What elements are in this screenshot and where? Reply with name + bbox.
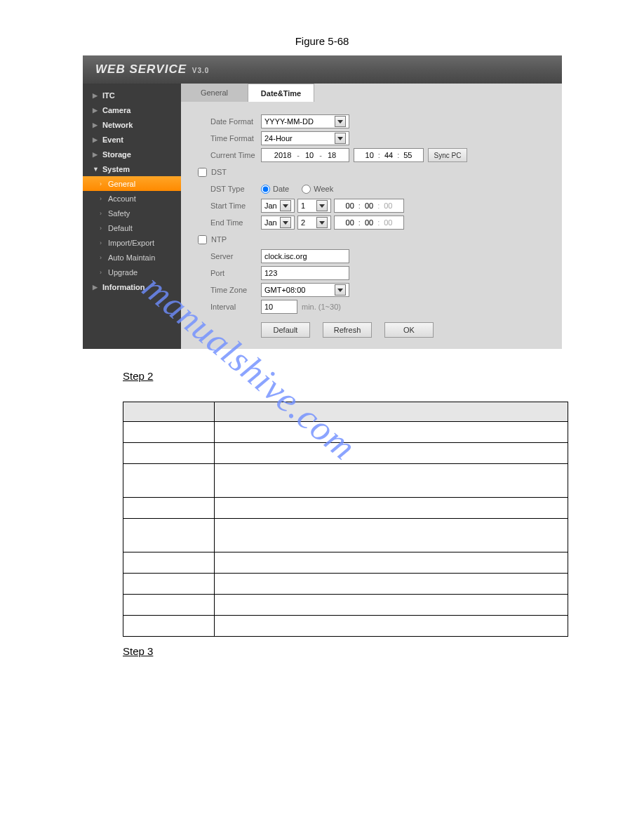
table-header xyxy=(123,402,215,422)
dst-label: DST xyxy=(211,168,227,176)
tab-general[interactable]: General xyxy=(181,84,248,102)
dst-type-label: DST Type xyxy=(198,185,261,193)
table-cell xyxy=(123,552,215,574)
start-time-input[interactable]: 00: 00: 00 xyxy=(334,199,404,213)
sidebar-sub-auto-maintain[interactable]: ›Auto Maintain xyxy=(83,250,181,265)
start-time-label: Start Time xyxy=(198,201,261,210)
start-day-select[interactable]: 1 xyxy=(297,199,331,213)
table-cell xyxy=(123,464,215,498)
interval-hint: min. (1~30) xyxy=(302,303,341,311)
current-time-label: Current Time xyxy=(198,151,261,159)
m-value: 00 xyxy=(365,201,373,210)
sidebar-sub-default[interactable]: ›Default xyxy=(83,220,181,235)
sidebar-sub-label: Import/Export xyxy=(108,239,154,247)
time-zone-label: Time Zone xyxy=(198,286,261,294)
refresh-button[interactable]: Refresh xyxy=(323,322,372,338)
sidebar-sub-label: Default xyxy=(108,224,133,232)
time-zone-select[interactable]: GMT+08:00 xyxy=(261,283,349,297)
interval-input[interactable]: 10 xyxy=(261,300,297,314)
header-bar: WEB SERVICE V3.0 xyxy=(83,55,562,84)
sidebar-label: ITC xyxy=(102,91,115,100)
settings-panel: Date Format YYYY-MM-DD Time Format 24-Ho… xyxy=(181,102,562,349)
table-cell xyxy=(215,519,568,552)
sidebar-label: Camera xyxy=(102,106,130,114)
sidebar-sub-account[interactable]: ›Account xyxy=(83,191,181,206)
select-value: Jan xyxy=(264,218,277,227)
sidebar-item-itc[interactable]: ▶ITC xyxy=(83,88,181,102)
sidebar-label: Storage xyxy=(102,150,131,159)
sidebar-item-camera[interactable]: ▶Camera xyxy=(83,102,181,117)
day-value: 18 xyxy=(328,151,336,159)
second-value: 55 xyxy=(403,151,412,159)
end-day-select[interactable]: 2 xyxy=(297,216,331,230)
input-value: 10 xyxy=(264,303,273,311)
chevron-down-icon xyxy=(316,217,328,228)
sidebar-sub-label: Auto Maintain xyxy=(108,253,155,262)
input-value: clock.isc.org xyxy=(264,252,307,260)
end-time-label: End Time xyxy=(198,218,261,227)
table-cell xyxy=(123,574,215,595)
time-format-label: Time Format xyxy=(198,134,261,143)
sidebar-sub-label: Safety xyxy=(108,209,130,218)
port-input[interactable]: 123 xyxy=(261,266,349,280)
month-value: 10 xyxy=(305,151,314,159)
start-month-select[interactable]: Jan xyxy=(261,199,295,213)
date-format-label: Date Format xyxy=(198,117,261,126)
minute-value: 44 xyxy=(384,151,393,159)
default-button[interactable]: Default xyxy=(261,322,310,338)
dst-checkbox[interactable] xyxy=(198,168,207,177)
sidebar-sub-general[interactable]: ›General xyxy=(83,176,181,191)
sidebar-sub-import-export[interactable]: ›Import/Export xyxy=(83,235,181,250)
select-value: 2 xyxy=(301,218,314,227)
sidebar-item-system[interactable]: ▼System xyxy=(83,161,181,176)
ok-button[interactable]: OK xyxy=(384,322,434,338)
select-value: Jan xyxy=(264,201,277,210)
end-month-select[interactable]: Jan xyxy=(261,216,295,230)
input-value: 123 xyxy=(264,269,277,277)
s-value: 00 xyxy=(384,218,392,227)
hour-value: 10 xyxy=(365,151,374,159)
chevron-down-icon xyxy=(335,116,346,127)
date-format-select[interactable]: YYYY-MM-DD xyxy=(261,114,349,128)
server-input[interactable]: clock.isc.org xyxy=(261,249,349,263)
dst-type-week-radio[interactable]: Week xyxy=(302,185,333,194)
sidebar-sub-safety[interactable]: ›Safety xyxy=(83,206,181,220)
step-2-heading: Step 2 xyxy=(123,370,644,382)
radio-label: Week xyxy=(314,185,333,193)
app-window: WEB SERVICE V3.0 ▶ITC ▶Camera ▶Network ▶… xyxy=(83,55,562,349)
tab-date-time[interactable]: Date&Time xyxy=(248,84,314,102)
chevron-down-icon xyxy=(280,217,291,228)
table-cell xyxy=(123,595,215,616)
date-format-value: YYYY-MM-DD xyxy=(264,117,332,126)
sync-pc-button[interactable]: Sync PC xyxy=(428,148,467,162)
table-cell xyxy=(123,519,215,552)
sidebar-label: Event xyxy=(102,135,123,144)
table-cell xyxy=(215,595,568,616)
h-value: 00 xyxy=(346,201,354,210)
current-date-input[interactable]: 2018- 10- 18 xyxy=(261,148,349,162)
ntp-label: NTP xyxy=(211,235,227,244)
time-format-select[interactable]: 24-Hour xyxy=(261,131,349,145)
table-cell xyxy=(215,574,568,595)
time-format-value: 24-Hour xyxy=(264,134,332,143)
dst-type-date-radio[interactable]: Date xyxy=(261,185,289,194)
table-cell xyxy=(215,464,568,498)
h-value: 00 xyxy=(346,218,354,227)
sidebar-item-information[interactable]: ▶Information xyxy=(83,279,181,294)
current-time-input[interactable]: 10: 44: 55 xyxy=(354,148,424,162)
table-cell xyxy=(215,616,568,637)
sidebar-sub-upgrade[interactable]: ›Upgrade xyxy=(83,265,181,279)
figure-caption: Figure 5-68 xyxy=(0,35,644,47)
select-value: GMT+08:00 xyxy=(264,286,332,294)
end-time-input[interactable]: 00: 00: 00 xyxy=(334,216,404,230)
port-label: Port xyxy=(198,269,261,277)
table-cell xyxy=(123,616,215,637)
ntp-checkbox[interactable] xyxy=(198,235,207,244)
sidebar-item-network[interactable]: ▶Network xyxy=(83,117,181,132)
table-header xyxy=(215,402,568,422)
sidebar-label: System xyxy=(102,165,130,173)
logo-version: V3.0 xyxy=(192,67,210,74)
sidebar-item-event[interactable]: ▶Event xyxy=(83,132,181,147)
sidebar-item-storage[interactable]: ▶Storage xyxy=(83,147,181,161)
m-value: 00 xyxy=(365,218,373,227)
